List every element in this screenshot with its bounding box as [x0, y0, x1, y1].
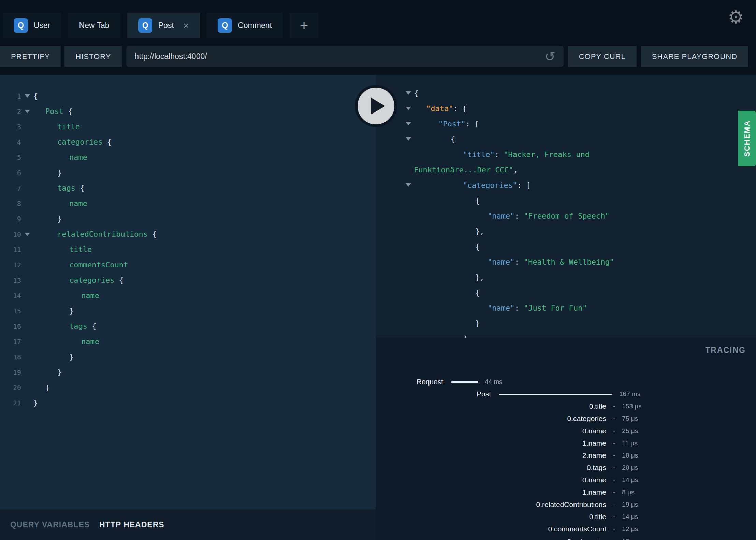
token: title — [57, 122, 80, 131]
trace-label: 0.name — [376, 427, 606, 435]
code-text: name — [33, 153, 87, 162]
editor-line: 14name — [0, 288, 376, 303]
settings-gear-icon[interactable]: ⚙ — [728, 8, 744, 26]
reload-icon[interactable]: ↺ — [544, 50, 555, 63]
query-badge-icon: Q — [14, 18, 28, 33]
token: } — [45, 383, 50, 392]
trace-row: Request44 ms — [376, 376, 756, 388]
line-number: 17 — [0, 338, 21, 346]
tab-label: Comment — [238, 21, 272, 30]
trace-time: 11 μs — [622, 439, 637, 447]
editor-line: 4categories { — [0, 134, 376, 150]
trace-row: 0.tags-20 μs — [376, 462, 756, 474]
response-line: }, — [376, 224, 756, 239]
code-text: { — [33, 92, 38, 100]
fold-caret-icon[interactable] — [406, 91, 411, 95]
fold-caret-icon[interactable] — [21, 232, 33, 236]
execute-button[interactable] — [354, 85, 397, 127]
copy-curl-button[interactable]: COPY CURL — [568, 46, 637, 67]
response-line: }, — [376, 270, 756, 285]
new-tab-button[interactable]: + — [290, 13, 318, 38]
trace-label: 0.tags — [376, 464, 606, 472]
trace-row: 0.relatedContributions-19 μs — [376, 498, 756, 511]
trace-dash: - — [613, 427, 615, 435]
response-line: Funktionäre...Der CCC", — [376, 162, 756, 178]
url-input[interactable]: http://localhost:4000/ ↺ — [126, 46, 563, 67]
trace-dash: - — [613, 513, 615, 521]
token: relatedContributions — [57, 230, 148, 238]
fold-caret-icon[interactable] — [21, 110, 33, 113]
trace-row: 0.title-153 μs — [376, 400, 756, 412]
token: "Just For Fun" — [524, 304, 587, 312]
close-tab-icon[interactable]: × — [183, 20, 189, 31]
token: { — [33, 92, 38, 100]
editor-line: 7tags { — [0, 180, 376, 196]
trace-time: 19 μs — [622, 501, 638, 508]
trace-label: Post — [376, 390, 491, 398]
line-number: 11 — [0, 245, 21, 254]
tab-comment[interactable]: QComment — [207, 13, 283, 38]
line-number: 15 — [0, 307, 21, 315]
trace-dash: - — [613, 415, 615, 422]
http-headers-tab[interactable]: HTTP HEADERS — [99, 520, 164, 529]
trace-time: 8 μs — [622, 489, 634, 496]
response-line: "Post": [ — [376, 116, 756, 132]
editor-line: 8name — [0, 196, 376, 211]
trace-time: 153 μs — [622, 403, 641, 410]
token: : — [495, 150, 504, 159]
editor-line: 15} — [0, 303, 376, 318]
line-number: 16 — [0, 322, 21, 330]
trace-row: 0.name-25 μs — [376, 425, 756, 437]
token: tags — [57, 184, 75, 192]
tab-user[interactable]: QUser — [3, 13, 61, 38]
trace-time: 25 μs — [622, 427, 638, 435]
tab-label: User — [34, 21, 50, 30]
share-playground-button[interactable]: SHARE PLAYGROUND — [641, 46, 748, 67]
code-text: commentsCount — [33, 260, 128, 269]
line-number: 19 — [0, 368, 21, 376]
token: name — [69, 153, 87, 162]
query-editor[interactable]: 1{2Post {3title4categories {5name6}7tags… — [0, 75, 376, 540]
query-variables-tab[interactable]: QUERY VARIABLES — [10, 520, 90, 529]
trace-time: 44 ms — [485, 378, 503, 386]
token: commentsCount — [69, 260, 128, 269]
fold-caret-icon[interactable] — [406, 183, 411, 187]
token: "Freedom of Speech" — [524, 212, 610, 220]
fold-caret-icon[interactable] — [21, 94, 33, 98]
token: : — [514, 258, 524, 266]
fold-caret-icon[interactable] — [406, 122, 411, 125]
code-text: } — [33, 368, 62, 376]
trace-row: Post167 ms — [376, 388, 756, 400]
token: "Health & Wellbeing" — [524, 258, 614, 266]
editor-line: 12commentsCount — [0, 257, 376, 272]
response-line: ] — [376, 331, 756, 338]
fold-caret-icon[interactable] — [406, 107, 411, 110]
token: } — [57, 368, 62, 376]
token: { — [414, 89, 418, 97]
trace-dash: - — [613, 439, 615, 447]
history-button[interactable]: HISTORY — [64, 46, 122, 67]
trace-row: 2.name-10 μs — [376, 449, 756, 462]
editor-line: 17name — [0, 334, 376, 349]
editor-line: 18} — [0, 349, 376, 364]
token: : { — [453, 104, 467, 113]
tab-post[interactable]: QPost× — [127, 13, 200, 38]
play-icon — [354, 85, 397, 127]
prettify-button[interactable]: PRETTIFY — [0, 46, 61, 67]
fold-caret-icon[interactable] — [406, 137, 411, 141]
tab-list: QUserNew TabQPost×QComment — [0, 13, 283, 38]
response-viewer: {"data": {"Post": [{"title": "Hacker, Fr… — [376, 75, 756, 338]
response-lines: {"data": {"Post": [{"title": "Hacker, Fr… — [376, 75, 756, 338]
token: : — [514, 212, 524, 220]
token: { — [475, 196, 480, 205]
line-number: 1 — [0, 92, 21, 100]
trace-label: 0.relatedContributions — [376, 500, 606, 509]
response-line: "data": { — [376, 101, 756, 116]
tab-new-tab[interactable]: New Tab — [68, 13, 120, 38]
token: Funktionäre...Der CCC" — [414, 166, 513, 174]
token: { — [451, 135, 455, 144]
editor-line: 5name — [0, 150, 376, 165]
code-text: } — [33, 306, 74, 315]
schema-tab[interactable]: SCHEMA — [738, 111, 756, 166]
code-text: } — [33, 168, 62, 177]
